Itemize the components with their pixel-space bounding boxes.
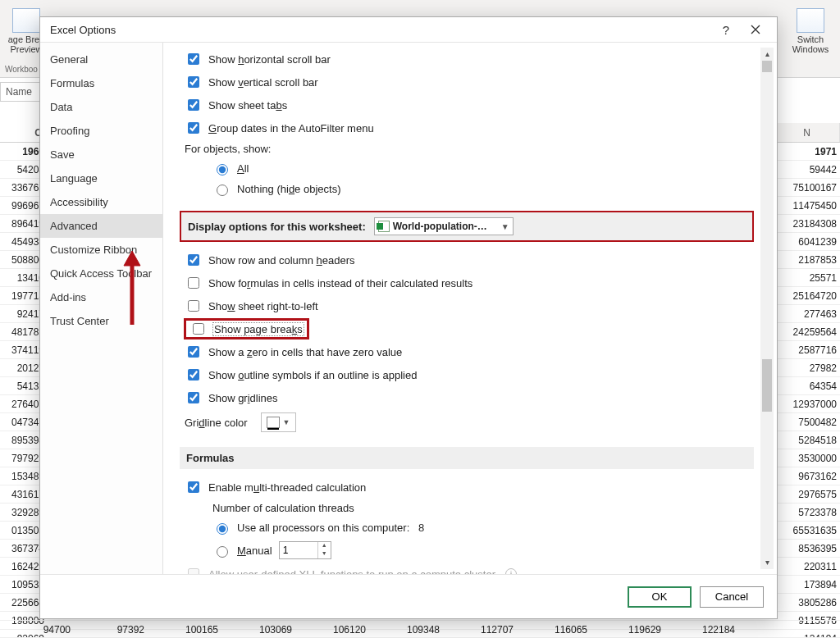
cell[interactable]: 3530000 xyxy=(774,449,840,467)
nav-item-advanced[interactable]: Advanced xyxy=(40,214,162,238)
checkbox-gridlines[interactable] xyxy=(188,392,199,403)
nav-item-add-ins[interactable]: Add-ins xyxy=(40,285,162,309)
cell[interactable]: 11475450 xyxy=(774,197,840,214)
col-header-n[interactable]: N xyxy=(774,123,840,142)
radio-all[interactable] xyxy=(217,164,228,175)
sheet-icon xyxy=(378,221,390,232)
checkbox-group-dates[interactable] xyxy=(188,122,199,134)
switch-windows-label: Switch Windows xyxy=(786,34,835,54)
cell[interactable]: 2587716 xyxy=(774,341,840,358)
checkbox-sheet-tabs[interactable] xyxy=(188,99,199,111)
manual-threads-spinner[interactable]: ▲▼ xyxy=(279,541,331,559)
section-worksheet-label: Display options for this worksheet: xyxy=(188,221,366,233)
radio-manual[interactable] xyxy=(217,546,228,558)
cell[interactable]: 277463 xyxy=(774,305,840,322)
content-scrollbar[interactable]: ▴ ▾ xyxy=(760,48,774,569)
cell[interactable]: 2976575 xyxy=(774,485,840,503)
spinner-up-icon[interactable]: ▲ xyxy=(318,542,331,550)
section-worksheet-display: Display options for this worksheet: Worl… xyxy=(180,211,754,242)
cell[interactable]: 103069 xyxy=(221,621,295,637)
cell[interactable]: 220311 xyxy=(774,558,840,575)
cell[interactable]: 1971 xyxy=(774,143,840,160)
cell[interactable]: 24259564 xyxy=(774,323,840,340)
cell[interactable]: 65531635 xyxy=(774,522,840,539)
cancel-button[interactable]: Cancel xyxy=(700,586,764,608)
switch-windows-button[interactable]: Switch Windows xyxy=(786,8,835,54)
cell[interactable]: 5723378 xyxy=(774,504,840,521)
cell[interactable]: 12937000 xyxy=(774,395,840,412)
help-button[interactable]: ? xyxy=(711,18,741,41)
cell[interactable]: 27982 xyxy=(774,359,840,376)
cell[interactable]: 109348 xyxy=(369,621,443,637)
cell[interactable]: 106120 xyxy=(295,621,369,637)
label-xll: Allow user-defined XLL functions to run … xyxy=(208,568,495,575)
checkbox-rtl[interactable] xyxy=(188,300,199,312)
label-gridlines: Show gridlines xyxy=(208,392,278,404)
cell[interactable]: 64354 xyxy=(774,377,840,394)
cell[interactable]: 94700 xyxy=(0,621,74,637)
close-button[interactable] xyxy=(741,18,770,41)
cell[interactable]: 8536395 xyxy=(774,540,840,557)
radio-all-proc[interactable] xyxy=(217,523,228,535)
cell[interactable]: 2187853 xyxy=(774,251,840,268)
cell[interactable]: 9673162 xyxy=(774,467,840,485)
cell[interactable]: 25164720 xyxy=(774,287,840,304)
label-multithread: Enable multi-threaded calculation xyxy=(208,481,366,494)
checkbox-page-breaks[interactable] xyxy=(193,323,204,335)
cell[interactable]: 97392 xyxy=(74,621,148,637)
checkbox-zero[interactable] xyxy=(188,346,199,358)
info-icon[interactable]: i xyxy=(505,568,517,574)
radio-nothing[interactable] xyxy=(217,185,228,196)
cell[interactable]: 23184308 xyxy=(774,215,840,232)
checkbox-outline[interactable] xyxy=(188,369,199,381)
nav-item-accessibility[interactable]: Accessibility xyxy=(40,190,162,214)
manual-threads-input[interactable] xyxy=(280,542,317,558)
nav-item-formulas[interactable]: Formulas xyxy=(40,71,162,95)
worksheet-dropdown[interactable]: World-population-… ▼ xyxy=(374,217,514,235)
chevron-down-icon: ▼ xyxy=(501,222,509,231)
ok-button[interactable]: OK xyxy=(628,586,692,608)
nav-item-save[interactable]: Save xyxy=(40,143,162,166)
scroll-down-icon[interactable]: ▾ xyxy=(760,556,774,569)
scrollbar-thumb[interactable] xyxy=(762,61,772,72)
page-break-icon xyxy=(12,8,40,33)
section-formulas: Formulas xyxy=(180,447,754,469)
label-outline: Show outline symbols if an outline is ap… xyxy=(208,369,417,381)
cell[interactable]: 6041239 xyxy=(774,233,840,250)
cell[interactable]: 112707 xyxy=(443,621,517,637)
nav-item-proofing[interactable]: Proofing xyxy=(40,119,162,143)
nav-item-language[interactable]: Language xyxy=(40,166,162,190)
label-all: All xyxy=(237,162,249,175)
cell[interactable]: 119629 xyxy=(591,621,664,637)
cell[interactable]: 5284518 xyxy=(774,431,840,449)
label-all-proc: Use all processors on this computer: 8 xyxy=(237,522,424,534)
cell[interactable]: 173894 xyxy=(774,576,840,593)
nav-item-data[interactable]: Data xyxy=(40,95,162,119)
nav-item-customize-ribbon[interactable]: Customize Ribbon xyxy=(40,238,162,262)
checkbox-row-col-headers[interactable] xyxy=(188,254,199,266)
cell[interactable]: 3805286 xyxy=(774,594,840,611)
name-box-value: Name xyxy=(6,86,32,98)
label-vscroll: Show vertical scroll bar xyxy=(208,76,318,89)
spinner-down-icon[interactable]: ▼ xyxy=(318,550,331,558)
checkbox-multithread[interactable] xyxy=(188,481,199,493)
checkbox-hscroll[interactable] xyxy=(188,53,199,65)
chevron-down-icon: ▼ xyxy=(283,418,290,426)
checkbox-show-formulas[interactable] xyxy=(188,277,199,289)
nav-item-general[interactable]: General xyxy=(40,48,162,71)
cell[interactable]: 122184 xyxy=(664,621,738,637)
scroll-up-icon[interactable]: ▴ xyxy=(760,48,774,61)
title-bar: Excel Options ? xyxy=(40,17,777,42)
cell[interactable]: 75100167 xyxy=(774,179,840,196)
cell[interactable]: 100165 xyxy=(148,621,221,637)
cell[interactable]: 7500482 xyxy=(774,413,840,431)
scrollbar-thumb[interactable] xyxy=(762,359,772,412)
cell[interactable]: 25571 xyxy=(774,269,840,286)
nav-item-trust-center[interactable]: Trust Center xyxy=(40,309,162,333)
cell[interactable]: 116065 xyxy=(517,621,591,637)
nav-item-quick-access-toolbar[interactable]: Quick Access Toolbar xyxy=(40,262,162,285)
gridline-color-dropdown[interactable]: ▼ xyxy=(261,412,296,432)
cell[interactable]: 59442 xyxy=(774,161,840,178)
close-icon xyxy=(751,25,760,34)
checkbox-vscroll[interactable] xyxy=(188,76,199,88)
